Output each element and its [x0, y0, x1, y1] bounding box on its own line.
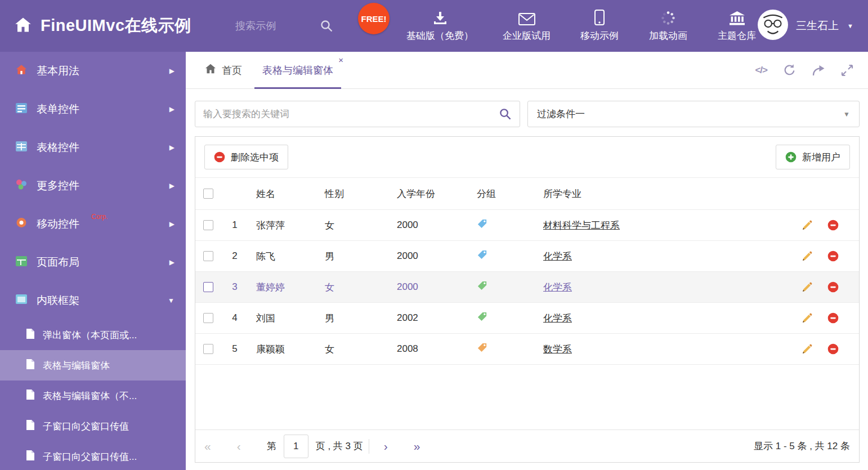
delete-selected-button[interactable]: 删除选中项 [204, 145, 288, 169]
edit-icon[interactable] [802, 250, 813, 262]
page-number-input[interactable] [284, 435, 308, 458]
user-menu[interactable]: 三生石上 ▼ [757, 9, 868, 43]
grid-panel: 删除选中项 新增用户 姓名 性别 [195, 136, 860, 463]
filter-dropdown[interactable]: 过滤条件一 ▼ [527, 101, 860, 127]
corp-badge: Corp. [91, 213, 108, 221]
cell-gender: 女 [317, 343, 389, 356]
minus-circle-icon [214, 151, 225, 163]
nav-item-loading-animation[interactable]: 加载动画 [648, 10, 688, 42]
chevron-right-icon: ▶ [169, 258, 175, 266]
sidebar-item-iframe[interactable]: 内联框架 ▼ [0, 281, 186, 320]
sidebar-child-grid-edit-window-2[interactable]: 表格与编辑窗体（不... [0, 381, 186, 411]
row-checkbox[interactable] [203, 251, 213, 261]
sidebar-item-more-controls[interactable]: 更多控件 ▶ [0, 167, 186, 205]
iframe-icon [16, 294, 27, 307]
nav-item-theme-repo[interactable]: 主题仓库 [717, 10, 757, 42]
row-checkbox[interactable] [203, 220, 213, 230]
row-checkbox[interactable] [203, 313, 213, 323]
column-header-major: 所学专业 [535, 187, 782, 200]
delete-icon[interactable] [827, 312, 839, 324]
view-source-icon[interactable]: </> [755, 65, 767, 76]
major-link[interactable]: 数学系 [543, 344, 572, 355]
sidebar-child-grid-edit-window[interactable]: 表格与编辑窗体 [0, 350, 186, 381]
sidebar-item-basic-usage[interactable]: 基本用法 ▶ [0, 52, 186, 90]
spinner-icon [661, 10, 675, 25]
file-icon [26, 389, 35, 403]
avatar [757, 9, 789, 43]
tab-home[interactable]: 首页 [195, 52, 252, 88]
cell-gender: 男 [317, 312, 389, 325]
table-row[interactable]: 1 张萍萍 女 2000 材料科学与工程系 [195, 210, 859, 241]
filter-dropdown-value: 过滤条件一 [537, 108, 585, 120]
nav-item-enterprise-trial[interactable]: 企业版试用 [503, 10, 551, 42]
keyword-search-box [195, 101, 520, 127]
chevron-right-icon: ▶ [169, 144, 175, 151]
row-checkbox[interactable] [203, 282, 213, 292]
edit-icon[interactable] [802, 312, 813, 324]
table-icon [16, 141, 27, 154]
delete-icon[interactable] [827, 250, 839, 262]
header-search-input[interactable] [235, 20, 320, 32]
nav-item-mobile-demo[interactable]: 移动示例 [580, 10, 619, 42]
cell-year: 2002 [389, 312, 469, 324]
cell-name: 陈飞 [248, 250, 317, 263]
edit-icon[interactable] [802, 281, 813, 293]
search-icon[interactable] [320, 19, 333, 33]
major-link[interactable]: 材料科学与工程系 [543, 220, 620, 231]
sidebar-item-page-layout[interactable]: 页面布局 ▶ [0, 243, 186, 281]
sidebar-item-mobile-controls[interactable]: 移动控件 Corp. ▶ [0, 205, 186, 243]
close-icon[interactable]: × [338, 56, 343, 64]
major-link[interactable]: 化学系 [543, 282, 572, 293]
search-icon[interactable] [499, 108, 512, 120]
file-icon [26, 359, 35, 373]
cell-name: 张萍萍 [248, 219, 317, 232]
tag-icon [477, 218, 487, 229]
sidebar-child-child-to-parent[interactable]: 子窗口向父窗口传值 [0, 411, 186, 441]
chevron-right-icon: ▶ [169, 220, 175, 228]
next-page-button[interactable]: › [384, 440, 388, 452]
delete-icon[interactable] [827, 220, 839, 231]
major-link[interactable]: 化学系 [543, 313, 572, 324]
tag-icon [477, 342, 487, 353]
edit-icon[interactable] [802, 220, 813, 231]
table-row[interactable]: 3 董婷婷 女 2000 化学系 [195, 272, 859, 303]
sidebar-child-popup-window[interactable]: 弹出窗体（本页面或... [0, 320, 186, 350]
table-row[interactable]: 2 陈飞 男 2000 化学系 [195, 241, 859, 272]
bank-icon [730, 10, 745, 25]
fullscreen-icon[interactable] [841, 64, 853, 77]
sidebar-item-grid-controls[interactable]: 表格控件 ▶ [0, 128, 186, 167]
edit-icon[interactable] [802, 343, 813, 355]
filter-row: 过滤条件一 ▼ [195, 101, 860, 127]
cell-year: 2008 [389, 343, 469, 355]
major-link[interactable]: 化学系 [543, 251, 572, 262]
tab-tools: </> [755, 52, 868, 88]
file-icon [26, 328, 35, 342]
row-number: 5 [221, 343, 248, 355]
refresh-icon[interactable] [783, 64, 796, 77]
first-page-button[interactable]: « [204, 440, 211, 452]
prev-page-button[interactable]: ‹ [237, 440, 241, 452]
record-count-summary: 显示 1 - 5 条 , 共 12 条 [754, 440, 850, 453]
table-row[interactable]: 4 刘国 男 2002 化学系 [195, 303, 859, 334]
keyword-search-input[interactable] [203, 109, 499, 120]
chevron-right-icon: ▶ [169, 67, 175, 75]
add-user-button[interactable]: 新增用户 [776, 145, 850, 169]
open-in-new-icon[interactable] [812, 65, 825, 76]
chevron-down-icon: ▼ [843, 110, 850, 118]
row-checkbox[interactable] [203, 344, 213, 354]
app-root: FineUIMvc在线示例 FREE! 基础版（免费） 企业版试用 [0, 0, 868, 470]
last-page-button[interactable]: » [414, 440, 420, 452]
delete-icon[interactable] [827, 343, 839, 355]
grid-toolbar: 删除选中项 新增用户 [195, 137, 859, 177]
chevron-right-icon: ▶ [169, 105, 175, 113]
form-icon [16, 103, 27, 116]
file-icon [26, 419, 35, 433]
nav-item-basic-edition[interactable]: FREE! 基础版（免费） [406, 10, 473, 42]
sidebar: 基本用法 ▶ 表单控件 ▶ 表格控件 ▶ 更多控件 ▶ 移动控件 Cor [0, 52, 186, 470]
tab-grid-edit-window[interactable]: 表格与编辑窗体 × [252, 52, 343, 88]
sidebar-child-child-to-parent-2[interactable]: 子窗口向父窗口传值... [0, 441, 186, 470]
sidebar-item-form-controls[interactable]: 表单控件 ▶ [0, 90, 186, 128]
select-all-checkbox[interactable] [203, 189, 213, 199]
delete-icon[interactable] [827, 281, 839, 293]
table-row[interactable]: 5 康颖颖 女 2008 数学系 [195, 334, 859, 365]
